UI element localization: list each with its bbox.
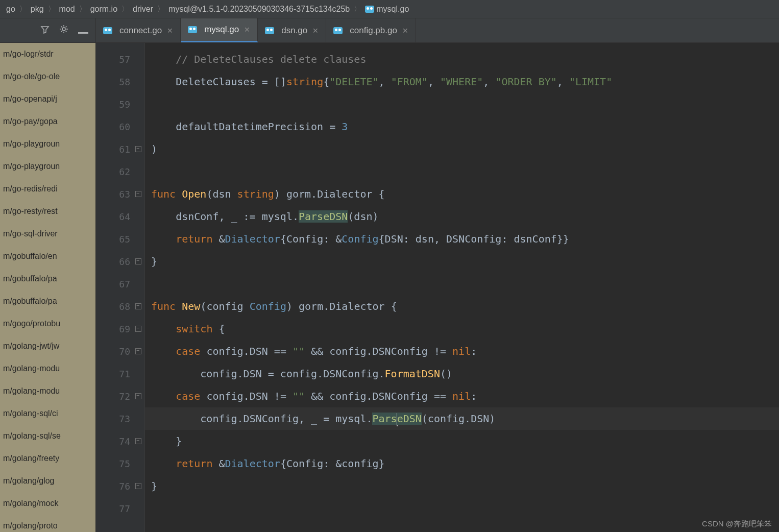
line-number[interactable]: 65 <box>96 228 144 250</box>
code-line[interactable]: } <box>145 430 779 452</box>
code-line[interactable]: case config.DSN != "" && config.DSNConfi… <box>145 385 779 407</box>
tree-item[interactable]: m/golang/proto <box>0 515 95 532</box>
close-icon[interactable]: ✕ <box>402 27 408 35</box>
code-line[interactable] <box>145 93 779 115</box>
breadcrumb-item[interactable]: gorm.io <box>88 5 119 14</box>
tree-item[interactable]: m/golang/freety <box>0 447 95 470</box>
code-line[interactable]: dsnConf, _ := mysql.ParseDSN(dsn) <box>145 205 779 228</box>
line-number[interactable]: 62 <box>96 160 144 183</box>
tree-item[interactable]: m/go-ole/go-ole <box>0 65 95 88</box>
breadcrumb-item[interactable]: mod <box>57 5 77 14</box>
code-line[interactable]: func New(config Config) gorm.Dialector { <box>145 295 779 318</box>
close-icon[interactable]: ✕ <box>244 26 250 34</box>
line-number[interactable]: 59 <box>96 93 144 115</box>
tree-item[interactable]: m/golang/glog <box>0 470 95 492</box>
editor-tab[interactable]: connect.go✕ <box>96 18 181 42</box>
gutter[interactable]: 5758596061626364656667686970717273747576… <box>96 43 145 532</box>
code-area[interactable]: 5758596061626364656667686970717273747576… <box>96 43 779 532</box>
line-number[interactable]: 63 <box>96 183 144 205</box>
line-number[interactable]: 67 <box>96 273 144 295</box>
code-line[interactable]: } <box>145 475 779 497</box>
code-line[interactable]: ) <box>145 138 779 160</box>
fold-icon[interactable] <box>135 191 141 197</box>
code-line[interactable]: switch { <box>145 318 779 340</box>
line-number[interactable]: 76 <box>96 475 144 497</box>
line-number[interactable]: 74 <box>96 430 144 452</box>
code-line[interactable]: DeleteClauses = []string{"DELETE", "FROM… <box>145 70 779 93</box>
tree-item[interactable]: m/go-sql-driver <box>0 223 95 245</box>
tree-item[interactable]: m/gobuffalo/pa <box>0 290 95 312</box>
code-line[interactable]: } <box>145 250 779 273</box>
code-line[interactable] <box>145 497 779 520</box>
code-line[interactable]: // DeleteClauses delete clauses <box>145 48 779 70</box>
tree-item[interactable]: m/golang/mock <box>0 492 95 515</box>
line-number[interactable]: 66 <box>96 250 144 273</box>
project-tree[interactable]: m/go-logr/stdrm/go-ole/go-olem/go-openap… <box>0 43 95 532</box>
tree-item[interactable]: m/golang-sql/ci <box>0 402 95 425</box>
code-line[interactable]: case config.DSN == "" && config.DSNConfi… <box>145 340 779 362</box>
code-line[interactable]: func Open(dsn string) gorm.Dialector { <box>145 183 779 205</box>
editor-tabs: connect.go✕mysql.go✕dsn.go✕config.pb.go✕ <box>96 18 779 43</box>
fold-icon[interactable] <box>135 393 141 399</box>
line-number[interactable]: 61 <box>96 138 144 160</box>
line-number[interactable]: 57 <box>96 48 144 70</box>
breadcrumb-item[interactable]: mysql@v1.5.1-0.20230509030346-3715c134c2… <box>166 5 352 14</box>
close-icon[interactable]: ✕ <box>167 27 173 35</box>
project-panel: m/go-logr/stdrm/go-ole/go-olem/go-openap… <box>0 18 96 532</box>
line-number[interactable]: 75 <box>96 452 144 475</box>
breadcrumb-item[interactable]: driver <box>131 5 155 14</box>
fold-icon[interactable] <box>135 438 141 444</box>
tree-item[interactable]: m/gobuffalo/en <box>0 245 95 268</box>
fold-icon[interactable] <box>135 348 141 354</box>
breadcrumb-item[interactable]: mysql.go <box>363 5 411 14</box>
breadcrumb-item[interactable]: go <box>4 5 17 14</box>
line-number[interactable]: 60 <box>96 115 144 138</box>
tree-item[interactable]: m/go-playgroun <box>0 133 95 155</box>
fold-icon[interactable] <box>135 483 141 489</box>
code-line[interactable]: return &Dialector{Config: &Config{DSN: d… <box>145 228 779 250</box>
filter-icon[interactable] <box>40 25 50 37</box>
line-number[interactable]: 73 <box>96 407 144 430</box>
tree-item[interactable]: m/gobuffalo/pa <box>0 268 95 290</box>
code-line[interactable] <box>145 273 779 295</box>
collapse-icon[interactable] <box>78 25 88 37</box>
tree-item[interactable]: m/go-logr/stdr <box>0 43 95 65</box>
line-number[interactable]: 71 <box>96 362 144 385</box>
code-content[interactable]: // DeleteClauses delete clauses DeleteCl… <box>145 43 779 532</box>
tree-item[interactable]: m/go-redis/redi <box>0 178 95 200</box>
svg-rect-1 <box>78 32 88 34</box>
code-line[interactable]: config.DSN = config.DSNConfig.FormatDSN(… <box>145 362 779 385</box>
editor-tab[interactable]: config.pb.go✕ <box>326 18 416 42</box>
line-number[interactable]: 69 <box>96 318 144 340</box>
tree-item[interactable]: m/go-openapi/j <box>0 88 95 110</box>
tree-item[interactable]: m/go-resty/rest <box>0 200 95 223</box>
editor-tab[interactable]: mysql.go✕ <box>181 18 258 42</box>
fold-icon[interactable] <box>135 303 141 309</box>
tree-item[interactable]: m/gogo/protobu <box>0 312 95 335</box>
tree-item[interactable]: m/golang-modu <box>0 380 95 402</box>
close-icon[interactable]: ✕ <box>312 27 319 35</box>
go-file-icon <box>333 27 343 34</box>
fold-icon[interactable] <box>135 146 141 152</box>
code-line[interactable]: config.DSNConfig, _ = mysql.ParseDSN(con… <box>145 407 779 430</box>
code-line[interactable] <box>145 160 779 183</box>
fold-icon[interactable] <box>135 258 141 264</box>
line-number[interactable]: 58 <box>96 70 144 93</box>
fold-icon[interactable] <box>135 326 141 332</box>
tree-item[interactable]: m/golang-jwt/jw <box>0 335 95 357</box>
code-line[interactable]: defaultDatetimePrecision = 3 <box>145 115 779 138</box>
code-line[interactable]: return &Dialector{Config: &config} <box>145 452 779 475</box>
tree-item[interactable]: m/go-playgroun <box>0 155 95 178</box>
line-number[interactable]: 68 <box>96 295 144 318</box>
gear-icon[interactable] <box>59 24 69 37</box>
line-number[interactable]: 64 <box>96 205 144 228</box>
tree-item[interactable]: m/golang-sql/se <box>0 425 95 447</box>
breadcrumb-item[interactable]: pkg <box>29 5 46 14</box>
tree-item[interactable]: m/go-pay/gopa <box>0 110 95 133</box>
line-number[interactable]: 77 <box>96 497 144 520</box>
go-file-icon <box>188 26 197 33</box>
editor-tab[interactable]: dsn.go✕ <box>258 18 326 42</box>
line-number[interactable]: 70 <box>96 340 144 362</box>
line-number[interactable]: 72 <box>96 385 144 407</box>
tree-item[interactable]: m/golang-modu <box>0 357 95 380</box>
